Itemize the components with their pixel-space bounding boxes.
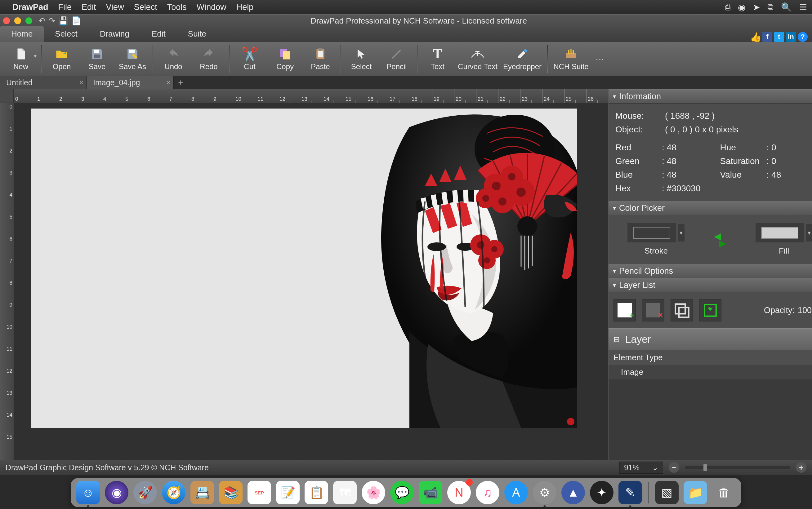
minimize-window-button[interactable] <box>14 18 21 24</box>
dock-settings-icon[interactable]: ⚙ <box>533 481 556 504</box>
dock-safari-icon[interactable]: 🧭 <box>162 481 186 504</box>
doc-tab-untitled[interactable]: Untitled × <box>0 76 87 89</box>
layer-collapse-icon[interactable]: ⊟ <box>614 335 620 344</box>
curved-text-button[interactable]: T Curved Text <box>456 42 499 76</box>
layer-row[interactable]: ⊟ Layer ✔ <box>609 328 812 350</box>
layerlist-panel-header[interactable]: ▾Layer List <box>609 278 812 292</box>
zoom-combo[interactable]: 91%⌄ <box>619 462 663 474</box>
fill-dropdown-icon[interactable]: ▾ <box>806 224 812 241</box>
delete-layer-button[interactable]: × <box>642 299 664 321</box>
linkedin-icon[interactable]: in <box>786 32 796 42</box>
new-button[interactable]: New ▾ <box>4 42 38 76</box>
canvas[interactable] <box>31 108 577 428</box>
save-button[interactable]: Save <box>80 42 114 76</box>
dock-calendar-icon[interactable]: SEP <box>248 481 271 504</box>
undo-quick-icon[interactable]: ↶ <box>38 16 45 26</box>
nch-suite-button[interactable]: NCH Suite <box>551 42 591 76</box>
open-button[interactable]: Open <box>45 42 79 76</box>
menu-select[interactable]: Select <box>134 2 157 12</box>
menu-edit[interactable]: Edit <box>82 2 96 12</box>
menu-view[interactable]: View <box>106 2 124 12</box>
close-tab-icon[interactable]: × <box>79 79 84 87</box>
zoom-dropdown-icon[interactable]: ⌄ <box>652 463 658 472</box>
ribbon-tab-suite[interactable]: Suite <box>177 26 218 42</box>
dock-app1-icon[interactable]: ▲ <box>561 481 585 504</box>
dock-launchpad-icon[interactable]: 🚀 <box>133 481 157 504</box>
dock-trash-icon[interactable]: 🗑 <box>712 481 736 504</box>
close-window-button[interactable] <box>3 18 10 24</box>
dock-reminders-icon[interactable]: 📋 <box>304 481 328 504</box>
spotlight-icon[interactable]: 🔍 <box>781 2 792 12</box>
eyedropper-button[interactable]: Eyedropper <box>500 42 544 76</box>
dock-photos-icon[interactable]: 🌸 <box>362 481 385 504</box>
menu-file[interactable]: File <box>58 2 72 12</box>
paste-button[interactable]: Paste <box>303 42 337 76</box>
zoom-in-button[interactable]: + <box>796 462 806 473</box>
dock-books-icon[interactable]: 📚 <box>219 481 242 504</box>
swap-colors-button[interactable]: ◀▶ <box>716 229 724 250</box>
info-panel-header[interactable]: ▾Information <box>609 89 812 104</box>
notification-icon[interactable]: ◉ <box>738 2 745 12</box>
dock-finder-icon[interactable]: ☺ <box>76 481 100 504</box>
app-name[interactable]: DrawPad <box>12 2 48 12</box>
canvas-viewport[interactable] <box>14 103 608 460</box>
dock-messages-icon[interactable]: 💬 <box>390 481 414 504</box>
dock-downloads-icon[interactable]: 📁 <box>684 481 707 504</box>
sync-icon[interactable]: ➤ <box>753 2 760 12</box>
cut-button[interactable]: ✂️ Cut <box>233 42 267 76</box>
ribbon-tab-select[interactable]: Select <box>44 26 88 42</box>
dock-appstore-icon[interactable]: A <box>504 481 528 504</box>
zoom-out-button[interactable]: − <box>669 462 679 473</box>
zoom-slider[interactable] <box>685 466 790 469</box>
save-as-button[interactable]: Save As <box>116 42 150 76</box>
dock-siri-icon[interactable]: ◉ <box>105 481 128 504</box>
ribbon-tab-home[interactable]: Home <box>0 26 44 42</box>
printer-icon[interactable]: ⎙ <box>725 2 730 12</box>
dock-recent-icon[interactable]: ▧ <box>655 481 679 504</box>
copy-button[interactable]: Copy <box>268 42 302 76</box>
pencil-panel-header[interactable]: ▾Pencil Options <box>609 264 812 278</box>
help-icon[interactable]: ? <box>798 32 808 42</box>
stroke-dropdown-icon[interactable]: ▾ <box>678 224 684 241</box>
ribbon-tab-drawing[interactable]: Drawing <box>89 26 140 42</box>
ribbon-tab-edit[interactable]: Edit <box>140 26 177 42</box>
toolbar-overflow-icon[interactable]: ⋯ <box>595 54 604 64</box>
import-layer-button[interactable] <box>699 299 721 321</box>
dock-notes-icon[interactable]: 📝 <box>276 481 300 504</box>
control-center-icon[interactable]: ☰ <box>799 2 807 12</box>
element-type-value[interactable]: Image <box>609 365 812 379</box>
facebook-icon[interactable]: f <box>762 32 772 42</box>
stroke-swatch[interactable] <box>633 227 670 239</box>
pencil-tool-button[interactable]: Pencil <box>380 42 414 76</box>
new-quick-icon[interactable]: 📄 <box>71 16 81 26</box>
close-tab-icon[interactable]: × <box>166 79 170 87</box>
colorpicker-panel-header[interactable]: ▾Color Picker <box>609 201 812 215</box>
text-tool-button[interactable]: T Text <box>421 42 455 76</box>
dock-app2-icon[interactable]: ✦ <box>590 481 614 504</box>
menu-window[interactable]: Window <box>197 2 226 12</box>
like-icon[interactable]: 👍 <box>751 32 760 42</box>
doc-tab-image04[interactable]: Image_04.jpg × <box>87 76 174 89</box>
add-layer-button[interactable]: + <box>614 299 636 321</box>
add-tab-button[interactable]: + <box>174 77 188 88</box>
dock-music-icon[interactable]: ♫ <box>476 481 499 504</box>
dock-facetime-icon[interactable]: 📹 <box>419 481 442 504</box>
redo-button[interactable]: Redo <box>192 42 226 76</box>
twitter-icon[interactable]: t <box>774 32 784 42</box>
duplicate-layer-button[interactable] <box>671 299 693 321</box>
zoom-slider-thumb[interactable] <box>704 464 707 471</box>
dock-contacts-icon[interactable]: 📇 <box>190 481 214 504</box>
dock-drawpad-icon[interactable]: ✎ <box>618 481 642 504</box>
maximize-window-button[interactable] <box>26 18 32 24</box>
redo-quick-icon[interactable]: ↷ <box>48 16 55 26</box>
menu-tools[interactable]: Tools <box>167 2 187 12</box>
select-tool-button[interactable]: Select <box>344 42 379 76</box>
fill-swatch[interactable] <box>761 227 798 239</box>
menu-help[interactable]: Help <box>236 2 254 12</box>
displays-icon[interactable]: ⧉ <box>767 2 774 12</box>
dock-news-icon[interactable]: N <box>447 481 471 504</box>
save-quick-icon[interactable]: 💾 <box>58 16 68 26</box>
new-dropdown-icon[interactable]: ▾ <box>34 53 37 60</box>
dock-maps-icon[interactable]: 🗺 <box>333 481 357 504</box>
undo-button[interactable]: Undo <box>156 42 190 76</box>
